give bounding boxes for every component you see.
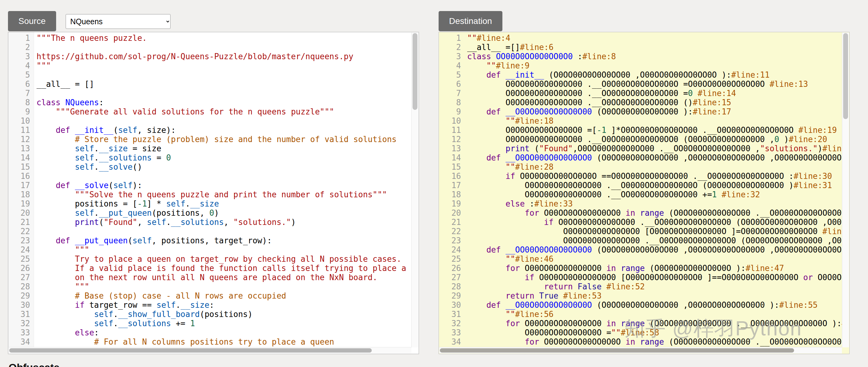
example-dropdown[interactable]: NQueens xyxy=(66,14,170,29)
source-vertical-scrollbar-thumb[interactable] xyxy=(412,33,417,110)
destination-line-numbers: 1234567891011121314151617181920212223242… xyxy=(439,32,465,348)
source-vertical-scrollbar[interactable] xyxy=(411,33,418,347)
destination-horizontal-scrollbar[interactable] xyxy=(439,347,842,354)
destination-tab[interactable]: Destination xyxy=(439,11,502,31)
source-line-numbers: 1234567891011121314151617181920212223242… xyxy=(8,32,34,348)
destination-editor[interactable]: 1234567891011121314151617181920212223242… xyxy=(439,32,849,354)
destination-horizontal-scrollbar-thumb[interactable] xyxy=(440,348,794,353)
destination-code-area[interactable]: ""#line:4__all__ =[]#line:6class OO00O0O… xyxy=(467,32,842,348)
obfuscate-button[interactable]: Obfuscate xyxy=(8,362,60,367)
source-editor[interactable]: 1234567891011121314151617181920212223242… xyxy=(8,32,419,354)
source-tab[interactable]: Source xyxy=(8,11,56,31)
source-code-area[interactable]: """The n queens puzzle. https://github.c… xyxy=(36,32,411,348)
destination-vertical-scrollbar[interactable] xyxy=(842,33,849,347)
source-horizontal-scrollbar-thumb[interactable] xyxy=(9,348,372,353)
destination-vertical-scrollbar-thumb[interactable] xyxy=(843,33,848,119)
source-horizontal-scrollbar[interactable] xyxy=(8,347,411,354)
